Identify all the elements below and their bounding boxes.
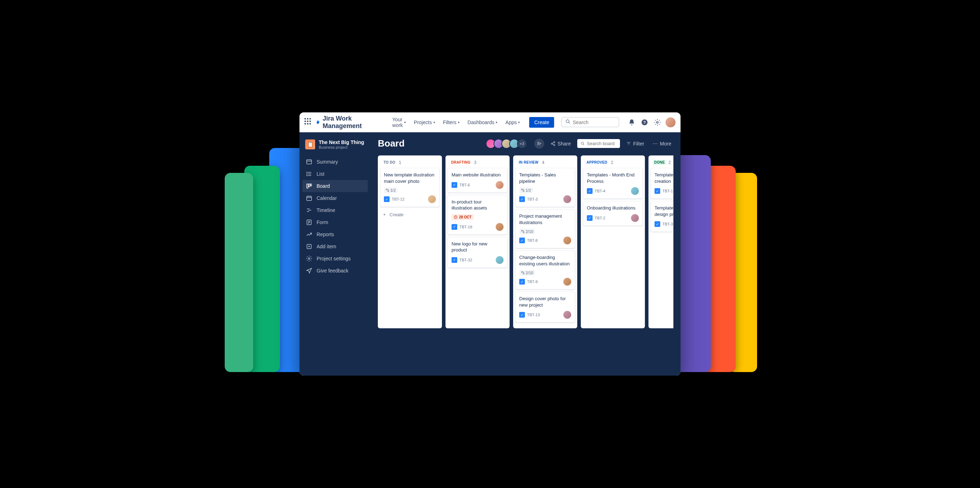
card[interactable]: Main website illustration ✓ TBT-6 — [448, 168, 508, 193]
column-header[interactable]: IN REVIEW 4 — [515, 159, 575, 168]
sidebar-item-label: Timeline — [317, 208, 335, 213]
assignee-avatar[interactable] — [496, 181, 504, 189]
svg-point-12 — [307, 175, 307, 176]
global-search[interactable] — [561, 117, 619, 127]
assignee-avatar[interactable] — [563, 236, 571, 244]
svg-rect-50 — [523, 232, 524, 233]
plus-icon: ＋ — [382, 211, 387, 218]
column-name: APPROVED — [585, 160, 609, 165]
nav-item-dashboards[interactable]: Dashboards▾ — [465, 114, 501, 130]
column-header[interactable]: APPROVED 2 — [583, 159, 643, 168]
add-icon — [306, 243, 312, 250]
app-switcher-icon[interactable] — [304, 118, 312, 127]
nav-label: Projects — [414, 119, 432, 125]
column-count: 1 — [399, 160, 401, 165]
form-icon — [306, 219, 312, 225]
card[interactable]: New template illustration main cover pho… — [380, 168, 440, 207]
board-avatars[interactable]: +3 — [488, 139, 527, 149]
card[interactable]: Templates - Website design process ✓ TBT… — [651, 201, 673, 232]
nav-label: Filters — [443, 119, 457, 125]
sidebar-item-reports[interactable]: Reports — [302, 228, 368, 241]
sidebar-item-timeline[interactable]: Timeline — [302, 204, 368, 216]
sidebar-item-project-settings[interactable]: Project settings — [302, 252, 368, 265]
assignee-avatar[interactable] — [563, 278, 571, 285]
nav-item-filters[interactable]: Filters▾ — [440, 114, 463, 130]
filter-button[interactable]: Filter — [624, 139, 646, 148]
card[interactable]: Project management illustrations2/10 ✓ T… — [515, 209, 575, 248]
create-card-button[interactable]: ＋Create — [380, 209, 440, 220]
project-header[interactable]: 📋 The Next Big Thing Business project — [302, 139, 368, 156]
product-name: Jira Work Management — [323, 115, 381, 130]
nav-item-projects[interactable]: Projects▾ — [411, 114, 438, 130]
calendar-icon — [306, 195, 312, 201]
help-icon[interactable]: ? — [640, 118, 649, 127]
board-search[interactable] — [577, 139, 620, 148]
card-title: Templates - Website design process — [654, 205, 673, 217]
more-button[interactable]: ⋯ More — [651, 139, 673, 148]
share-button[interactable]: Share — [549, 139, 573, 148]
svg-rect-49 — [521, 230, 522, 231]
assignee-avatar[interactable] — [631, 214, 639, 222]
svg-rect-13 — [307, 184, 308, 188]
avatar-overflow[interactable]: +3 — [517, 139, 527, 149]
column-header[interactable]: DONE 2 — [651, 159, 673, 168]
assignee-avatar[interactable] — [631, 187, 639, 195]
column-header[interactable]: TO DO 1 — [380, 159, 440, 168]
assignee-avatar[interactable] — [428, 195, 436, 203]
settings-icon[interactable] — [653, 118, 662, 127]
sidebar-item-summary[interactable]: Summary — [302, 156, 368, 168]
card[interactable]: New logo for new product ✓ TBT-32 — [448, 237, 508, 268]
nav-label: Your work — [393, 117, 403, 128]
column-name: DRAFTING — [450, 160, 472, 165]
sidebar-item-label: Project settings — [317, 256, 351, 261]
column-count: 4 — [542, 160, 544, 165]
column-to-do: TO DO 1 New template illustration main c… — [378, 155, 442, 328]
svg-point-0 — [566, 120, 569, 123]
global-search-input[interactable] — [573, 119, 615, 125]
card[interactable]: In-product tour illustration assets28 OC… — [448, 195, 508, 235]
sidebar-item-label: Form — [317, 219, 328, 225]
sidebar-item-calendar[interactable]: Calendar — [302, 192, 368, 204]
sidebar-item-label: Board — [317, 183, 330, 189]
notifications-icon[interactable] — [627, 118, 636, 127]
card[interactable]: Change-boarding existing users illustrat… — [515, 250, 575, 290]
assignee-avatar[interactable] — [496, 223, 504, 231]
profile-avatar[interactable] — [665, 117, 676, 127]
card[interactable]: Templates - Month End Process ✓ TBT-4 — [583, 168, 643, 199]
assignee-avatar[interactable] — [563, 195, 571, 203]
project-type: Business project — [319, 145, 364, 149]
card-title: Main website illustration — [452, 172, 504, 178]
svg-point-36 — [554, 144, 555, 146]
sidebar-item-label: Add item — [317, 244, 336, 249]
sidebar-item-form[interactable]: Form — [302, 216, 368, 228]
card[interactable]: Templates - Asset creation ✓ TBT-1 — [651, 168, 673, 199]
card[interactable]: Templates - Sales pipeline1/2 ✓ TBT-3 — [515, 168, 575, 207]
sidebar-item-add-item[interactable]: Add item — [302, 241, 368, 252]
task-type-icon: ✓ — [452, 257, 457, 263]
card-key: TBT-12 — [392, 197, 404, 201]
sidebar-item-list[interactable]: List — [302, 168, 368, 180]
svg-point-35 — [551, 143, 552, 144]
assignee-avatar[interactable] — [563, 311, 571, 319]
sidebar-item-give-feedback[interactable]: Give feedback — [302, 265, 368, 277]
svg-point-30 — [309, 258, 310, 260]
column-header[interactable]: DRAFTING 3 — [448, 159, 508, 168]
sidebar-item-board[interactable]: Board — [302, 180, 368, 192]
create-button[interactable]: Create — [529, 117, 554, 128]
nav-item-your-work[interactable]: Your work▾ — [390, 114, 409, 130]
card[interactable]: Onboarding illustrations ✓ TBT-2 — [583, 201, 643, 226]
nav-item-apps[interactable]: Apps▾ — [503, 114, 523, 130]
product-logo[interactable]: Jira Work Management — [315, 115, 381, 130]
card-title: Templates - Sales pipeline — [519, 172, 571, 184]
svg-rect-52 — [523, 273, 524, 274]
assignee-avatar[interactable] — [496, 256, 504, 264]
card-key: TBT-4 — [595, 189, 605, 193]
card[interactable]: Design cover photo for new project ✓ TBT… — [515, 292, 575, 323]
svg-line-38 — [552, 144, 554, 144]
card-title: Templates - Asset creation — [654, 172, 673, 184]
board-search-input[interactable] — [587, 141, 616, 146]
card-title: Change-boarding existing users illustrat… — [519, 254, 571, 267]
add-people-button[interactable] — [534, 139, 544, 149]
svg-text:?: ? — [643, 120, 646, 125]
svg-rect-16 — [307, 196, 312, 201]
